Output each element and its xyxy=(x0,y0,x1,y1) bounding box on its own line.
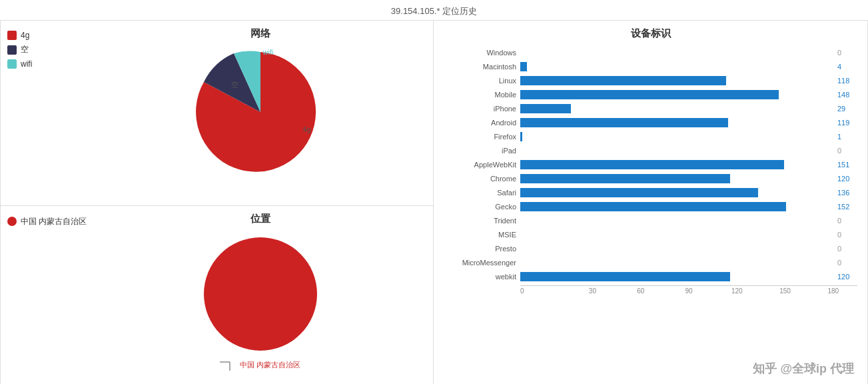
network-title: 网络 xyxy=(250,27,270,40)
bar-track xyxy=(520,174,835,183)
bar-label: Firefox xyxy=(444,133,520,141)
pie-label-4g: 4g xyxy=(303,125,311,133)
legend-location: 中国 内蒙古自治区 xyxy=(7,216,94,227)
bar-label: Android xyxy=(444,119,520,127)
bar-fill xyxy=(520,188,758,197)
bar-value: 148 xyxy=(837,91,857,99)
bar-value: 0 xyxy=(837,245,857,253)
bar-label: Trident xyxy=(444,217,520,225)
bar-track xyxy=(520,90,835,99)
bar-track xyxy=(520,244,835,253)
bar-row: iPhone29 xyxy=(444,103,857,115)
bar-value: 136 xyxy=(837,189,857,197)
bar-label: Mobile xyxy=(444,91,520,99)
bar-value: 0 xyxy=(837,49,857,57)
bar-value: 1 xyxy=(837,133,857,141)
bar-fill xyxy=(520,118,728,127)
legend-dot-empty xyxy=(7,45,17,55)
legend-dot-wifi xyxy=(7,59,17,69)
bar-fill xyxy=(520,272,730,281)
bar-value: 0 xyxy=(837,231,857,239)
location-title: 位置 xyxy=(250,213,270,225)
bar-label: Gecko xyxy=(444,203,520,211)
legend-dot-location xyxy=(7,217,17,226)
bar-value: 120 xyxy=(837,273,857,281)
page-title: 39.154.105.* 定位历史 xyxy=(0,0,868,20)
bar-row: Presto0 xyxy=(444,243,857,255)
bar-value: 152 xyxy=(837,203,857,211)
location-line-icon xyxy=(220,359,240,372)
bar-value: 0 xyxy=(837,147,857,155)
location-chart: 位置 中国 内蒙古自治区 xyxy=(94,213,426,372)
bar-row: Gecko152 xyxy=(444,201,857,213)
bar-fill xyxy=(520,62,527,71)
bar-track xyxy=(520,272,835,281)
x-tick: 0 xyxy=(520,286,568,295)
device-title: 设备标识 xyxy=(444,27,857,40)
bar-value: 29 xyxy=(837,105,857,113)
bar-value: 0 xyxy=(837,217,857,225)
left-panel: 4g 空 wifi 网络 xyxy=(1,21,434,384)
bar-value: 0 xyxy=(837,259,857,267)
location-legend: 中国 内蒙古自治区 xyxy=(7,213,94,231)
x-tick: 120 xyxy=(713,286,761,295)
bar-row: iPad0 xyxy=(444,145,857,157)
bar-label: Windows xyxy=(444,49,520,57)
bar-row: MicroMessenger0 xyxy=(444,257,857,269)
pie-label-wifi: wifi xyxy=(263,48,274,56)
legend-4g: 4g xyxy=(7,31,94,40)
bar-track xyxy=(520,104,835,113)
bar-row: Chrome120 xyxy=(444,173,857,185)
legend-empty: 空 xyxy=(7,44,94,55)
bar-track xyxy=(520,132,835,141)
network-legend: 4g 空 wifi xyxy=(7,27,94,73)
bar-track xyxy=(520,48,835,57)
bar-value: 118 xyxy=(837,77,857,85)
bar-row: Macintosh4 xyxy=(444,61,857,73)
x-tick: 180 xyxy=(809,286,857,295)
device-bar-chart: Windows0Macintosh4Linux118Mobile148iPhon… xyxy=(444,47,857,295)
location-label: 中国 内蒙古自治区 xyxy=(240,360,300,370)
bar-label: AppleWebKit xyxy=(444,161,520,169)
bar-label: MSIE xyxy=(444,231,520,239)
network-chart: 网络 wifi 空 4g xyxy=(94,27,426,179)
bar-value: 151 xyxy=(837,161,857,169)
bar-row: Trident0 xyxy=(444,215,857,227)
bar-fill xyxy=(520,104,571,113)
bar-row: Mobile148 xyxy=(444,89,857,101)
bar-label: Linux xyxy=(444,77,520,85)
x-tick: 60 xyxy=(617,286,665,295)
bar-fill xyxy=(520,174,730,183)
location-circle xyxy=(204,237,317,351)
bar-label: Macintosh xyxy=(444,63,520,71)
bar-fill xyxy=(520,76,726,85)
bar-track xyxy=(520,202,835,211)
x-tick: 90 xyxy=(665,286,713,295)
bar-row: webkit120 xyxy=(444,271,857,283)
bar-label: Presto xyxy=(444,245,520,253)
bar-track xyxy=(520,188,835,197)
bar-row: Linux118 xyxy=(444,75,857,87)
bar-row: Safari136 xyxy=(444,187,857,199)
bar-track xyxy=(520,258,835,267)
location-section: 中国 内蒙古自治区 位置 中国 内蒙古自治区 xyxy=(1,206,433,385)
bar-fill xyxy=(520,132,522,141)
x-axis: 0306090120150180 xyxy=(520,285,857,295)
legend-wifi: wifi xyxy=(7,59,94,69)
bar-row: Firefox1 xyxy=(444,131,857,143)
bar-value: 4 xyxy=(837,63,857,71)
bar-track xyxy=(520,230,835,239)
legend-dot-4g xyxy=(7,31,17,40)
bar-label: Safari xyxy=(444,189,520,197)
bar-row: Android119 xyxy=(444,117,857,129)
bar-value: 120 xyxy=(837,175,857,183)
bar-label: Chrome xyxy=(444,175,520,183)
right-panel: 设备标识 Windows0Macintosh4Linux118Mobile148… xyxy=(434,21,867,384)
bar-row: AppleWebKit151 xyxy=(444,159,857,171)
bar-fill xyxy=(520,90,779,99)
bar-fill xyxy=(520,160,784,169)
bar-track xyxy=(520,118,835,127)
bar-label: iPad xyxy=(444,147,520,155)
watermark: 知乎 @全球ip 代理 xyxy=(753,361,854,377)
bar-row: MSIE0 xyxy=(444,229,857,241)
